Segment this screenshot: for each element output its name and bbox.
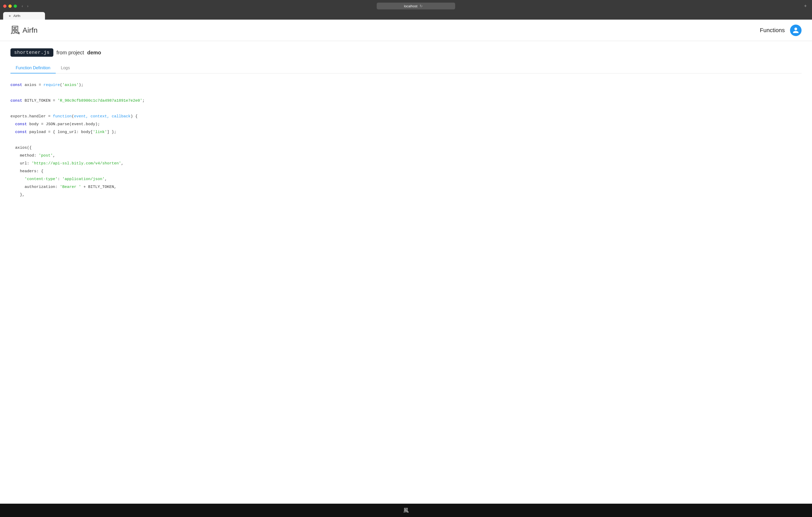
footer-symbol: 風: [403, 507, 409, 513]
header-right: Functions: [760, 25, 802, 36]
logo-text: Airfn: [23, 26, 38, 34]
browser-content: 風 Airfn Functions shortener.js from proj…: [0, 20, 812, 517]
code-line-11: url: 'https://api-ssl.bitly.com/v4/short…: [10, 160, 802, 168]
code-line-2: [10, 89, 802, 97]
code-line-8: [10, 136, 802, 144]
nav-buttons: ‹ ›: [20, 3, 30, 9]
code-line-1: const axios = require('axios');: [10, 81, 802, 89]
filename-badge: shortener.js: [10, 48, 53, 57]
tab-logs[interactable]: Logs: [56, 63, 75, 73]
code-block: const axios = require('axios'); const BI…: [10, 79, 802, 202]
traffic-lights: [3, 4, 17, 8]
address-bar-container: localhost ↻: [33, 3, 799, 9]
app-header: 風 Airfn Functions: [0, 20, 812, 41]
user-avatar[interactable]: [790, 25, 802, 36]
app-footer: 風: [0, 504, 812, 517]
close-button[interactable]: [3, 4, 6, 8]
project-name: demo: [87, 50, 101, 56]
code-line-7: const payload = { long_url: body['link']…: [10, 128, 802, 136]
code-line-13: 'content-type': 'application/json',: [10, 175, 802, 183]
code-line-15: },: [10, 191, 802, 199]
code-line-10: method: 'post',: [10, 152, 802, 160]
code-line-3: const BITLY_TOKEN = 'R_90c9cfb8900c1c7da…: [10, 97, 802, 105]
code-line-14: authorization: 'Bearer ' + BITLY_TOKEN,: [10, 183, 802, 191]
user-icon: [792, 27, 799, 34]
tab-label: Airfn: [13, 14, 21, 18]
code-line-12: headers: {: [10, 168, 802, 175]
maximize-button[interactable]: [13, 4, 17, 8]
minimize-button[interactable]: [8, 4, 12, 8]
tab-bar: ★ Airfn: [3, 12, 809, 20]
app-logo: 風 Airfn: [10, 24, 38, 37]
file-heading: shortener.js from project demo: [10, 48, 802, 57]
app-main: shortener.js from project demo Function …: [0, 41, 812, 504]
back-button[interactable]: ‹: [20, 3, 25, 9]
new-tab-button[interactable]: +: [802, 3, 809, 9]
tabs: Function Definition Logs: [10, 63, 802, 73]
code-line-5: exports.handler = function(event, contex…: [10, 113, 802, 121]
address-bar[interactable]: localhost ↻: [377, 3, 455, 9]
browser-chrome: ‹ › localhost ↻ + ★ Airfn: [0, 0, 812, 20]
from-text: from project: [57, 50, 84, 56]
tab-favicon-icon: ★: [8, 14, 11, 18]
forward-button[interactable]: ›: [26, 3, 30, 9]
code-line-9: axios({: [10, 144, 802, 152]
logo-kanji: 風: [10, 24, 20, 37]
browser-toolbar: ‹ › localhost ↻ +: [3, 3, 809, 9]
browser-tab[interactable]: ★ Airfn: [3, 12, 45, 20]
url-text: localhost: [404, 4, 417, 8]
code-line-4: [10, 105, 802, 113]
refresh-button[interactable]: ↻: [419, 4, 423, 8]
functions-label: Functions: [760, 27, 785, 34]
tab-function-definition[interactable]: Function Definition: [10, 63, 56, 73]
code-line-6: const body = JSON.parse(event.body);: [10, 121, 802, 128]
